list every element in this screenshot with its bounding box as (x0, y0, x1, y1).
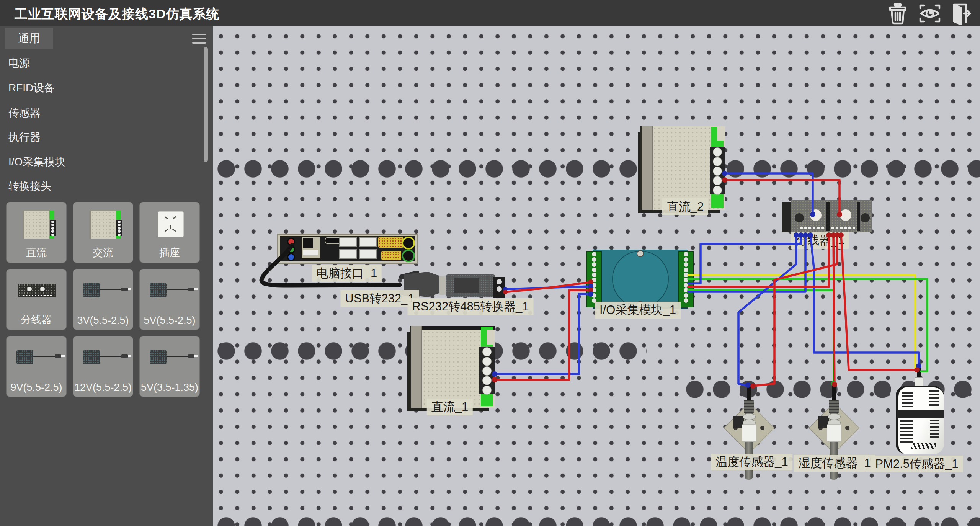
ps2-port-yellow (402, 237, 415, 250)
dc-terminal-block[interactable] (710, 147, 725, 194)
palette-card-label: 5V(3.5-1.35) (140, 382, 199, 394)
device-label-io: I/O采集模块_1 (595, 302, 681, 319)
dc-terminal-block[interactable] (479, 347, 495, 394)
ac-module-thumb (89, 211, 121, 239)
dc-notch (487, 330, 495, 345)
device-splitter[interactable] (791, 200, 872, 232)
palette-card-label: 分线器 (7, 313, 66, 327)
io-screw (637, 250, 644, 257)
palette-card-label: 12V(5.5-2.5) (73, 382, 133, 394)
device-label-pc: 电脑接口_1 (312, 265, 382, 282)
device-dc-power-2[interactable] (640, 126, 725, 210)
device-label-dc1: 直流_1 (427, 399, 473, 415)
temp-sensor-ring (743, 413, 756, 420)
topbar: 工业互联网设备及接线3D仿真系统 (0, 0, 980, 26)
humi-sensor-ring (828, 413, 841, 420)
sidebar-item-sensor[interactable]: 传感器 (0, 101, 211, 125)
menu-icon[interactable] (192, 34, 206, 44)
palette-card-splitter[interactable]: 分线器 (6, 269, 67, 330)
adapter-thumb (16, 350, 33, 364)
serial-port (381, 251, 401, 260)
sidebar-item-power[interactable]: 电源 (0, 51, 211, 75)
serial-port (378, 237, 403, 248)
app-title: 工业互联网设备及接线3D仿真系统 (15, 5, 219, 23)
tab-general[interactable]: 通用 (5, 28, 53, 49)
sidebar: 通用 电源 RFID设备 传感器 执行器 I/O采集模块 转换接头 直流 交流 … (0, 26, 213, 526)
palette-card-label: 交流 (73, 246, 133, 260)
dc-notch (717, 126, 725, 141)
dc-side-band (640, 126, 653, 210)
pm25-vent (900, 420, 913, 443)
palette-card-12v[interactable]: 12V(5.5-2.5) (73, 336, 133, 397)
palette-card-label: 3V(5.5-2.5) (73, 315, 133, 327)
splitter-thumb (18, 284, 56, 297)
humi-sensor-sleeve (827, 424, 841, 442)
adapter-thumb (83, 283, 100, 297)
splitter-divider (857, 202, 860, 231)
temp-sensor-sleeve (742, 424, 756, 442)
pm25-vent (902, 390, 913, 407)
plate-hole (845, 426, 849, 430)
sidebar-item-io-module[interactable]: I/O采集模块 (0, 150, 211, 174)
sidebar-item-rfid[interactable]: RFID设备 (0, 76, 211, 100)
adapter-thumb (150, 350, 167, 364)
ps2-port-green (402, 249, 415, 262)
device-label-rs232: RS232转485转换器_1 (408, 298, 534, 315)
usb-port (339, 237, 357, 247)
pc-usb-block (302, 237, 320, 258)
splitter-hole (795, 213, 804, 222)
view-icon[interactable] (918, 2, 942, 25)
splitter-terminal-row (799, 226, 825, 230)
device-label-pm25: PM2.5传感器_1 (871, 456, 963, 472)
io-module-disc (612, 251, 669, 307)
device-dc-power-1[interactable] (410, 326, 495, 408)
splitter-divider (826, 202, 830, 231)
audio-jack-blue (287, 253, 295, 261)
rs485-terminal[interactable] (493, 277, 505, 298)
delete-icon[interactable] (885, 2, 909, 25)
device-label-humi: 湿度传感器_1 (794, 455, 875, 472)
splitter-terminal-row (831, 226, 856, 230)
dc-module-thumb (23, 211, 54, 239)
palette-card-5v[interactable]: 5V(5.5-2.5) (139, 269, 200, 330)
usb-port (339, 249, 357, 259)
device-label-dc2: 直流_2 (662, 198, 708, 215)
pm25-vent (929, 390, 939, 406)
humi-sensor-cap (829, 400, 839, 413)
device-pc-interface[interactable] (277, 234, 418, 264)
palette-card-3v[interactable]: 3V(5.5-2.5) (73, 269, 133, 330)
sidebar-item-adapter[interactable]: 转换接头 (0, 174, 211, 199)
usb-port (359, 249, 377, 259)
palette-card-5v-small[interactable]: 5V(3.5-1.35) (139, 336, 200, 397)
dc-side-band (410, 326, 422, 408)
palette-card-label: 直流 (7, 246, 66, 260)
palette-card-label: 9V(5.5-2.5) (7, 382, 66, 394)
device-label-temp: 温度传感器_1 (711, 454, 792, 470)
socket-thumb (158, 212, 183, 237)
splitter-hole (861, 213, 870, 222)
palette-card-label: 插座 (140, 246, 199, 260)
palette-card-ac[interactable]: 交流 (73, 202, 133, 263)
plate-hole (760, 426, 764, 430)
pm25-speaker-hatch (911, 443, 936, 449)
sidebar-item-actuator[interactable]: 执行器 (0, 125, 211, 150)
pm25-vent (930, 420, 939, 438)
usb-port (359, 237, 377, 247)
adapter-thumb (83, 350, 100, 364)
palette-card-socket[interactable]: 插座 (139, 202, 200, 263)
device-rs232-485-converter[interactable] (446, 274, 495, 297)
pm25-band (897, 410, 944, 418)
exit-icon[interactable] (949, 2, 972, 25)
palette-card-9v[interactable]: 9V(5.5-2.5) (6, 336, 67, 397)
palette-card-label: 5V(5.5-2.5) (140, 315, 199, 327)
wire-red-splitter-humi[interactable] (833, 234, 835, 384)
adapter-thumb (150, 283, 167, 297)
io-terminal-strip-left[interactable] (586, 251, 602, 307)
temp-sensor-cap (744, 400, 754, 413)
palette-card-dc[interactable]: 直流 (6, 202, 67, 263)
